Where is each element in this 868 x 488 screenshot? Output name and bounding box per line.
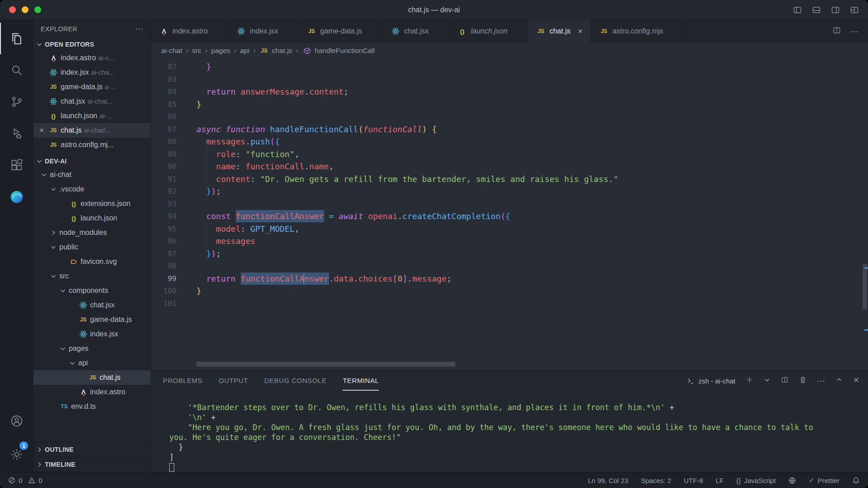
tree-item-extensions.json[interactable]: {}extensions.json [33, 196, 151, 211]
breadcrumb-api[interactable]: api [240, 47, 249, 55]
eol-status[interactable]: LF [715, 477, 724, 484]
tree-item-components[interactable]: components [33, 283, 151, 298]
code-editor[interactable]: 82 }8384 return answerMessage.content;85… [151, 59, 868, 370]
status-bar: 0 0 Ln 99, Col 23 Spaces: 2 UTF-8 LF {} … [0, 472, 868, 488]
terminal-instance-label[interactable]: zsh - ai-chat [687, 377, 735, 385]
tree-item-index.jsx[interactable]: index.jsx [33, 327, 151, 341]
explorer-sidebar: EXPLORER ⋯ OPEN EDITORS index.astroai-c.… [33, 20, 151, 472]
editor-more-actions-icon[interactable]: ⋯ [850, 26, 859, 37]
close-panel-icon[interactable] [853, 376, 860, 385]
open-editors-list: index.astroai-c...index.jsxai-cha...JSga… [33, 51, 151, 152]
tab-index.astro[interactable]: index.astro [151, 20, 229, 43]
search-icon[interactable] [0, 54, 33, 86]
edge-browser-icon[interactable] [0, 181, 33, 213]
extensions-icon[interactable] [0, 149, 33, 181]
new-terminal-icon[interactable] [745, 376, 754, 386]
tree-item-ai-chat[interactable]: ai-chat [33, 167, 151, 182]
split-editor-icon[interactable] [832, 26, 841, 37]
horizontal-scrollbar[interactable] [196, 362, 455, 367]
section-timeline[interactable]: TIMELINE [33, 457, 151, 472]
panel-tab-problems[interactable]: PROBLEMS [163, 371, 202, 391]
breadcrumb-pages[interactable]: pages [211, 47, 230, 55]
tree-item-api[interactable]: api [33, 356, 151, 370]
tree-item-public[interactable]: public [33, 240, 151, 254]
check-icon: ✓ [809, 476, 815, 484]
zoom-window-button[interactable] [34, 6, 41, 13]
tree-item-env.d.ts[interactable]: TSenv.d.ts [33, 399, 151, 414]
indentation-status[interactable]: Spaces: 2 [641, 477, 671, 484]
line-number: 83 [151, 73, 176, 86]
ports-globe-icon[interactable] [788, 477, 796, 484]
breadcrumb-ai-chat[interactable]: ai-chat [161, 47, 182, 55]
settings-badge: 1 [19, 441, 28, 450]
panel-tab-debug-console[interactable]: DEBUG CONSOLE [264, 371, 326, 391]
terminal-output[interactable]: '*Bartender steps over to Dr. Owen, refi… [151, 391, 868, 472]
explorer-icon[interactable] [0, 23, 33, 54]
tab-index.jsx[interactable]: index.jsx [229, 20, 299, 43]
tree-item-launch.json[interactable]: {}launch.json [33, 211, 151, 225]
toggle-sidebar-icon[interactable] [793, 5, 802, 14]
problems-status[interactable]: 0 0 [8, 477, 43, 484]
open-editor-index.jsx[interactable]: index.jsxai-cha... [33, 65, 151, 80]
code-lines: 82 }8384 return answerMessage.content;85… [151, 61, 868, 370]
tree-item-favicon.svg[interactable]: favicon.svg [33, 254, 151, 269]
panel-tab-output[interactable]: OUTPUT [219, 371, 248, 391]
tab-game-data.js[interactable]: JSgame-data.js [299, 20, 383, 43]
close-icon[interactable]: ✕ [37, 127, 46, 134]
tree-item-node_modules[interactable]: node_modules [33, 225, 151, 240]
vertical-scrollbar[interactable] [863, 264, 867, 310]
tree-item-pages[interactable]: pages [33, 341, 151, 356]
close-icon[interactable]: ✕ [574, 25, 586, 37]
tree-item-.vscode[interactable]: .vscode [33, 182, 151, 196]
maximize-panel-chevron-icon[interactable] [835, 376, 843, 385]
accounts-icon[interactable] [0, 405, 33, 437]
formatter-status[interactable]: ✓ Prettier [809, 476, 839, 484]
open-editor-chat.js[interactable]: ✕JSchat.jsai-chat/... [33, 123, 151, 138]
notifications-bell-icon[interactable] [852, 477, 860, 484]
tab-chat.jsx[interactable]: chat.jsx [383, 20, 449, 43]
tree-item-chat.js[interactable]: JSchat.js [33, 370, 151, 385]
tab-chat.js[interactable]: JSchat.js✕ [528, 20, 591, 43]
titlebar: chat.js — dev-ai [0, 0, 868, 20]
astro-file-icon [48, 54, 58, 62]
chevron-down-icon [59, 345, 67, 352]
toggle-secondary-sidebar-icon[interactable] [831, 5, 840, 14]
panel-tab-terminal[interactable]: TERMINAL [343, 371, 379, 391]
open-editor-game-data.js[interactable]: JSgame-data.jsa-... [33, 80, 151, 94]
open-editor-chat.jsx[interactable]: chat.jsxai-chat... [33, 94, 151, 109]
source-control-icon[interactable] [0, 86, 33, 118]
panel-more-actions-icon[interactable]: ⋯ [817, 376, 825, 386]
terminal-line: ] [169, 452, 861, 462]
line-number: 82 [151, 61, 176, 73]
line-number: 84 [151, 86, 176, 98]
cursor-position-status[interactable]: Ln 99, Col 23 [588, 477, 628, 484]
open-editor-launch.json[interactable]: {}launch.jsonai-... [33, 109, 151, 123]
breadcrumb-src[interactable]: src [192, 47, 201, 55]
open-editor-index.astro[interactable]: index.astroai-c... [33, 51, 151, 65]
minimize-window-button[interactable] [22, 6, 29, 13]
kill-terminal-trash-icon[interactable] [799, 376, 807, 386]
breadcrumb-handleFunctionCall[interactable]: handleFunctionCall [302, 47, 375, 55]
language-mode-status[interactable]: {} JavaScript [736, 477, 776, 484]
run-debug-icon[interactable] [0, 118, 33, 149]
tree-item-game-data.js[interactable]: JSgame-data.js [33, 312, 151, 327]
encoding-status[interactable]: UTF-8 [684, 477, 703, 484]
tree-item-src[interactable]: src [33, 269, 151, 283]
tree-item-index.astro[interactable]: index.astro [33, 385, 151, 399]
open-editors-section-header[interactable]: OPEN EDITORS [33, 38, 151, 51]
tab-astro.config.mjs[interactable]: JSastro.config.mjs [591, 20, 684, 43]
settings-gear-icon[interactable]: 1 [0, 437, 33, 472]
close-window-button[interactable] [9, 6, 16, 13]
customize-layout-icon[interactable] [850, 5, 859, 14]
terminal-dropdown-chevron-icon[interactable] [763, 376, 771, 385]
close-slot [212, 25, 224, 37]
tab-launch.json[interactable]: {}launch.json [449, 20, 528, 43]
toggle-panel-icon[interactable] [812, 5, 821, 14]
tree-item-chat.jsx[interactable]: chat.jsx [33, 298, 151, 312]
workspace-section-header[interactable]: DEV-AI [33, 155, 151, 167]
breadcrumb-chat.js[interactable]: JSchat.js [259, 47, 292, 55]
section-outline[interactable]: OUTLINE [33, 442, 151, 457]
split-terminal-icon[interactable] [781, 376, 789, 386]
explorer-more-actions-icon[interactable]: ⋯ [135, 24, 143, 34]
open-editor-astro.config.mj...[interactable]: JSastro.config.mj... [33, 138, 151, 152]
